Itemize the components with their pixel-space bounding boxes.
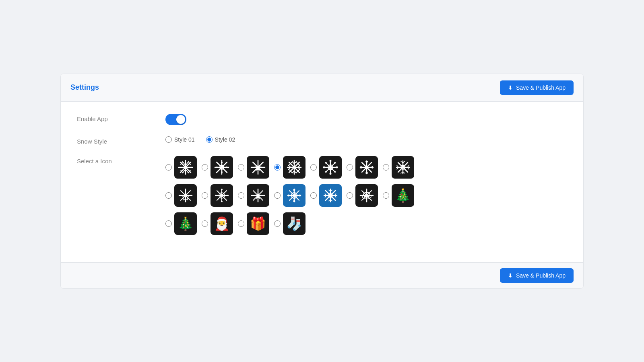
- svg-line-45: [298, 169, 300, 171]
- svg-point-51: [330, 160, 332, 162]
- footer: ⬇ Save & Publish App: [61, 262, 583, 288]
- icon-option-11[interactable]: [274, 184, 305, 207]
- save-publish-button-bottom[interactable]: ⬇ Save & Publish App: [500, 268, 574, 283]
- snow-style-label-1: Style 01: [174, 136, 195, 143]
- svg-point-58: [334, 171, 336, 173]
- icon-box-16: 🎅: [211, 212, 233, 235]
- svg-point-108: [288, 194, 290, 196]
- icon-option-13[interactable]: [347, 184, 378, 207]
- svg-rect-67: [372, 166, 373, 169]
- svg-point-17: [221, 162, 223, 163]
- svg-rect-66: [360, 166, 362, 169]
- icon-option-4[interactable]: [274, 156, 305, 179]
- icon-radio-9[interactable]: [202, 192, 208, 199]
- icon-row-1: [165, 156, 414, 179]
- icon-radio-10[interactable]: [238, 192, 244, 199]
- icon-row-2: 🎄: [165, 184, 414, 207]
- icon-radio-13[interactable]: [347, 192, 353, 199]
- settings-panel: Settings ⬇ Save & Publish App Enable App…: [60, 74, 584, 289]
- icon-option-18[interactable]: 🧦: [274, 212, 305, 235]
- icon-option-3[interactable]: [238, 156, 269, 179]
- enable-app-label: Enable App: [77, 114, 165, 122]
- svg-point-55: [325, 162, 327, 164]
- svg-line-10: [186, 170, 188, 173]
- icon-radio-6[interactable]: [347, 164, 353, 171]
- icon-box-17: 🎁: [247, 212, 269, 235]
- snow-style-option-1[interactable]: Style 01: [165, 136, 195, 143]
- icon-option-12[interactable]: [310, 184, 342, 207]
- icon-radio-5[interactable]: [310, 164, 317, 171]
- svg-point-93: [221, 201, 223, 202]
- svg-point-57: [325, 171, 327, 173]
- snow-style-label-2: Style 02: [215, 136, 235, 143]
- svg-point-106: [293, 189, 295, 191]
- icon-option-5[interactable]: [310, 156, 342, 179]
- enable-app-toggle[interactable]: [165, 114, 186, 125]
- icon-row-3: 🎄 🎅 🎁: [165, 212, 414, 235]
- icon-option-6[interactable]: [347, 156, 378, 179]
- toggle-slider: [165, 114, 186, 125]
- save-publish-button-top[interactable]: ⬇ Save & Publish App: [500, 80, 574, 95]
- snow-style-radio-1[interactable]: [165, 136, 172, 143]
- select-icon-row: Select a Icon: [77, 156, 567, 235]
- icon-box-12: [319, 184, 342, 207]
- icon-radio-8[interactable]: [165, 192, 172, 199]
- page-title: Settings: [70, 83, 99, 92]
- icon-radio-2[interactable]: [202, 164, 208, 171]
- svg-rect-64: [365, 161, 368, 162]
- svg-point-92: [221, 189, 223, 190]
- icon-option-1[interactable]: [165, 156, 197, 179]
- icon-option-9[interactable]: [202, 184, 233, 207]
- icon-box-5: [319, 156, 342, 179]
- icon-radio-18[interactable]: [274, 220, 281, 227]
- svg-point-107: [293, 200, 295, 202]
- icon-box-11: [283, 184, 305, 207]
- icon-radio-11[interactable]: [274, 192, 281, 199]
- icon-box-2: [211, 156, 233, 179]
- icon-box-18: 🧦: [283, 212, 305, 235]
- icon-radio-15[interactable]: [165, 220, 172, 227]
- snow-style-label: Snow Style: [77, 136, 165, 145]
- icon-grid-container: 🎄 🎄 🎅: [165, 156, 414, 235]
- icon-option-8[interactable]: [165, 184, 197, 207]
- icon-radio-1[interactable]: [165, 164, 172, 171]
- icon-box-7: [392, 156, 414, 179]
- svg-rect-65: [365, 172, 368, 174]
- svg-point-19: [216, 167, 218, 168]
- svg-point-95: [227, 195, 229, 196]
- svg-point-54: [336, 166, 338, 168]
- svg-point-94: [215, 195, 217, 196]
- icon-box-6: [355, 156, 378, 179]
- svg-point-56: [334, 162, 336, 164]
- svg-point-20: [226, 167, 227, 168]
- icon-option-17[interactable]: 🎁: [238, 212, 269, 235]
- icon-radio-7[interactable]: [383, 164, 389, 171]
- icon-radio-12[interactable]: [310, 192, 317, 199]
- enable-app-row: Enable App: [77, 114, 567, 125]
- icon-radio-4[interactable]: [274, 164, 281, 171]
- icon-box-1: [174, 156, 197, 179]
- icon-option-10[interactable]: [238, 184, 269, 207]
- svg-line-41: [289, 169, 291, 171]
- snow-style-radio-2[interactable]: [206, 136, 213, 143]
- icon-radio-14[interactable]: [383, 192, 389, 199]
- icon-radio-17[interactable]: [238, 220, 244, 227]
- icon-option-14[interactable]: 🎄: [383, 184, 414, 207]
- snow-style-option-2[interactable]: Style 02: [206, 136, 235, 143]
- download-icon-bottom: ⬇: [508, 272, 513, 279]
- snow-style-row: Snow Style Style 01 Style 02: [77, 136, 567, 145]
- icon-radio-3[interactable]: [238, 164, 244, 171]
- icon-option-16[interactable]: 🎅: [202, 212, 233, 235]
- icon-box-8: [174, 184, 197, 207]
- snow-style-control: Style 01 Style 02: [165, 136, 243, 143]
- icon-option-7[interactable]: [383, 156, 414, 179]
- icon-option-2[interactable]: [202, 156, 233, 179]
- svg-line-9: [183, 170, 185, 173]
- icon-option-15[interactable]: 🎄: [165, 212, 197, 235]
- select-icon-label: Select a Icon: [77, 156, 165, 165]
- icon-box-15: 🎄: [174, 212, 197, 235]
- icon-box-3: [247, 156, 269, 179]
- icon-box-9: [211, 184, 233, 207]
- svg-point-52: [330, 173, 332, 175]
- icon-radio-16[interactable]: [202, 220, 208, 227]
